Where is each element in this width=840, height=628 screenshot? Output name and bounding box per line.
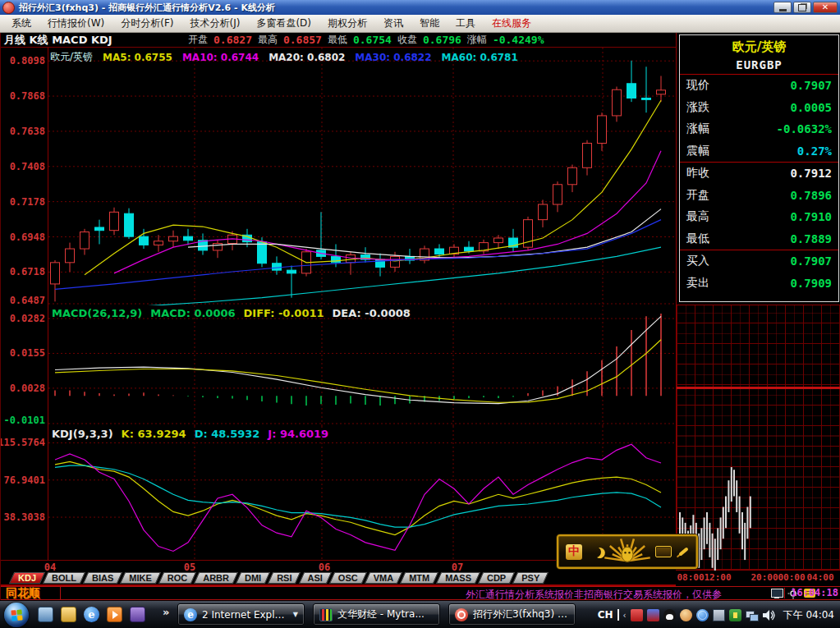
kdj-param: D: 48.5932 — [195, 428, 260, 440]
menu-item-4[interactable]: 多窗看盘(D) — [248, 16, 319, 30]
svg-text:0.7178: 0.7178 — [10, 196, 45, 208]
tab-osc[interactable]: OSC — [332, 571, 365, 584]
tray-expand-chevron[interactable]: ‹ — [623, 611, 627, 620]
svg-text:-0.0101: -0.0101 — [3, 415, 45, 426]
tab-label: MASS — [438, 571, 478, 584]
tab-arbr[interactable]: ARBR — [196, 571, 236, 584]
svg-text:0.7868: 0.7868 — [10, 90, 45, 102]
field-label: 开盘 — [188, 33, 208, 47]
tab-vma[interactable]: VMA — [367, 571, 400, 584]
ime-mode-button[interactable]: 中 — [566, 544, 582, 560]
quote-row: 涨跌0.0005 — [680, 97, 838, 119]
tab-cdp[interactable]: CDP — [480, 571, 512, 584]
svg-text:0.6718: 0.6718 — [10, 266, 45, 277]
menu-item-2[interactable]: 分时分析(F) — [112, 16, 181, 30]
cmb-logo-mark — [457, 611, 466, 619]
quote-row: 昨收0.7912 — [680, 163, 838, 185]
tab-label: BOLL — [45, 571, 83, 584]
time-tick: 08:00 — [677, 572, 704, 583]
pair-title: 欧元/英镑 — [680, 39, 838, 55]
tab-bias[interactable]: BIAS — [85, 571, 120, 584]
tab-psy[interactable]: PSY — [515, 571, 546, 584]
task-button-label: 文华财经 - Mytra... — [337, 607, 425, 621]
ime-toolbar[interactable]: 中 — [557, 534, 698, 569]
tab-roc[interactable]: ROC — [161, 571, 194, 584]
tab-mass[interactable]: MASS — [438, 571, 478, 584]
quote-row-label: 最低 — [686, 231, 709, 246]
pair-label: 欧元/英镑 — [50, 50, 93, 64]
time-tick: 12:00 — [704, 572, 731, 583]
network-icon[interactable] — [746, 609, 758, 621]
task-button-wenhua[interactable]: 文华财经 - Mytra... — [313, 603, 440, 626]
qq-icon[interactable] — [663, 609, 676, 621]
globe-icon[interactable] — [696, 609, 709, 621]
quote-row-value: 0.7909 — [790, 277, 832, 290]
quicklaunch-folders[interactable] — [61, 607, 76, 622]
minimize-button[interactable] — [773, 2, 792, 13]
display-icon[interactable] — [713, 609, 725, 621]
close-button[interactable]: ✕ — [813, 2, 838, 13]
tab-mike[interactable]: MIKE — [122, 571, 158, 584]
stock-app-icon[interactable] — [631, 609, 643, 621]
intraday-mini-chart[interactable] — [677, 305, 840, 571]
svg-text:0.7408: 0.7408 — [10, 161, 45, 172]
quote-row-label: 涨跌 — [686, 100, 709, 115]
menu-item-7[interactable]: 智能 — [411, 16, 448, 30]
quote-row: 现价0.7907 — [680, 75, 838, 97]
menu-item-8[interactable]: 工具 — [448, 16, 484, 30]
play-icon — [112, 611, 118, 619]
indicator-tabs: KDJBOLLBIASMIKEROCARBRDMIRSIASIOSCVMAMTM… — [1, 571, 676, 586]
cmb-icon — [455, 608, 468, 621]
tab-boll[interactable]: BOLL — [45, 571, 83, 584]
quote-row: 买入0.7907 — [680, 250, 838, 273]
menu-item-0[interactable]: 系统 — [3, 16, 39, 30]
tab-rsi[interactable]: RSI — [270, 571, 298, 584]
stock-app2-icon[interactable] — [647, 609, 659, 621]
tab-dmi[interactable]: DMI — [238, 571, 268, 584]
brand-logo: 同花顺 — [6, 587, 40, 599]
window-controls: ✕ — [773, 2, 838, 13]
task-button-ie[interactable]: e2 Internet Explor...▼ — [177, 603, 305, 626]
start-button[interactable] — [4, 603, 29, 627]
menu-item-9[interactable]: 在线服务 — [484, 16, 539, 30]
menu-item-3[interactable]: 技术分析(J) — [182, 16, 249, 30]
menu-item-6[interactable]: 资讯 — [375, 16, 411, 30]
svg-text:0.7638: 0.7638 — [10, 126, 45, 137]
security-shield-icon[interactable] — [729, 609, 741, 621]
ime-settings-icon[interactable] — [678, 547, 689, 556]
tab-label: DMI — [238, 571, 268, 584]
macd-chart[interactable]: 0.02820.01550.0028-0.0101 — [1, 305, 676, 426]
quote-row-label: 震幅 — [686, 144, 709, 158]
svg-text:0.0028: 0.0028 — [10, 383, 45, 394]
task-button-label: 招行外汇3(fxhq3) -... — [473, 607, 569, 621]
agent-icon[interactable] — [680, 609, 692, 621]
quick-launch-bar: e — [38, 607, 145, 622]
app-area: 月线 K线 MACD KDJ 开盘0.6827最高0.6857最低0.6754收… — [0, 33, 840, 600]
menu-item-5[interactable]: 期权分析 — [319, 16, 375, 30]
svg-text:0.6487: 0.6487 — [10, 295, 45, 305]
toolbar-overflow-chevron[interactable]: » — [163, 606, 169, 618]
quote-row-value: 0.7910 — [790, 210, 832, 223]
quicklaunch-movie-maker[interactable] — [130, 607, 145, 622]
field-label: 最高 — [258, 33, 278, 47]
quote-row-value: -0.0632% — [777, 122, 832, 135]
tab-asi[interactable]: ASI — [301, 571, 329, 584]
macd-header: MACD(26,12,9)MACD: 0.0006DIFF: -0.0011DE… — [52, 307, 411, 319]
restore-button[interactable] — [793, 2, 811, 13]
volume-icon[interactable] — [762, 609, 775, 621]
window-title: 招行外汇3(fxhq3) - 招商银行外汇通行情分析V2.6 - K线分析 — [19, 2, 275, 14]
menu-item-1[interactable]: 行情报价(W) — [39, 16, 112, 30]
tab-kdj[interactable]: KDJ — [11, 571, 43, 584]
quicklaunch-internet-explorer[interactable]: e — [84, 607, 99, 622]
tab-label: ARBR — [196, 571, 236, 584]
quote-row-label: 最高 — [686, 209, 709, 224]
tab-mtm[interactable]: MTM — [402, 571, 436, 584]
taskbar-clock[interactable]: 下午 04:04 — [783, 608, 834, 622]
task-button-cmb[interactable]: 招行外汇3(fxhq3) -... — [448, 603, 576, 626]
language-indicator[interactable]: CH — [598, 609, 613, 621]
quicklaunch-media-player[interactable] — [107, 607, 122, 622]
connection-monitor-icon[interactable] — [771, 589, 783, 598]
dragon-decoration-icon — [590, 536, 665, 566]
main-candlestick-chart[interactable]: 0.80980.78680.76380.74080.71780.69480.67… — [1, 48, 676, 305]
quicklaunch-show-desktop[interactable] — [38, 607, 53, 622]
